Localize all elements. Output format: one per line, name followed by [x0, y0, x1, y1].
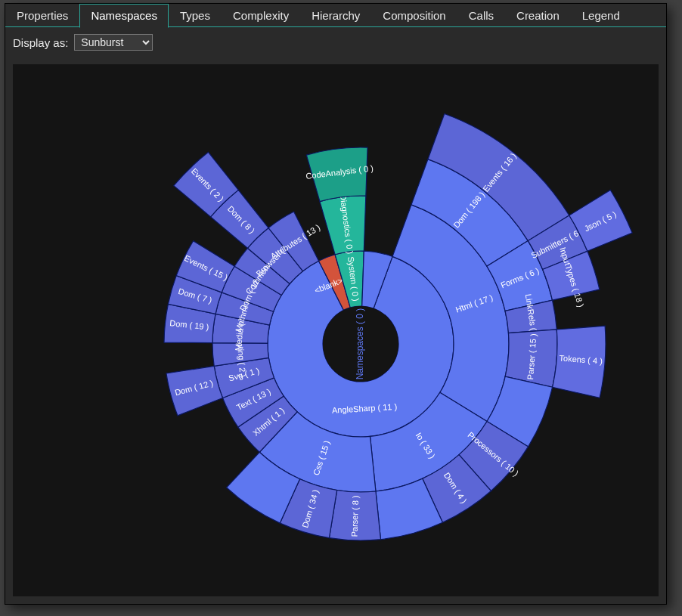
- sunburst-center-label: Namespaces ( 0 ): [355, 308, 365, 380]
- tab-types[interactable]: Types: [169, 4, 222, 27]
- tab-composition[interactable]: Composition: [371, 4, 457, 27]
- panel: PropertiesNamespacesTypesComplexityHiera…: [5, 3, 667, 605]
- display-as-label: Display as:: [13, 36, 68, 49]
- tab-complexity[interactable]: Complexity: [222, 4, 300, 27]
- sunburst-segment[interactable]: CodeAnalysis ( 0 ): [305, 147, 374, 202]
- sunburst-segment[interactable]: Tokens ( 4 ): [553, 326, 606, 398]
- tab-strip: PropertiesNamespacesTypesComplexityHiera…: [5, 4, 666, 27]
- chart-shell: AngleSharp ( 11 )Html ( 17 )Dom ( 198 )E…: [13, 64, 659, 596]
- tab-calls[interactable]: Calls: [457, 4, 505, 27]
- display-row: Display as: Sunburst: [5, 27, 666, 54]
- tab-hierarchy[interactable]: Hierarchy: [300, 4, 371, 27]
- tab-creation[interactable]: Creation: [505, 4, 571, 27]
- tab-properties[interactable]: Properties: [5, 4, 79, 27]
- sunburst-segment[interactable]: Dom ( 12 ): [166, 366, 223, 416]
- sunburst-segment[interactable]: Diagnostics ( 0 ): [320, 193, 366, 254]
- display-as-select[interactable]: Sunburst: [74, 34, 153, 51]
- tab-legend[interactable]: Legend: [571, 4, 631, 27]
- sunburst-segment[interactable]: Parser ( 8 ): [329, 490, 380, 540]
- tab-namespaces[interactable]: Namespaces: [79, 4, 169, 28]
- sunburst-chart[interactable]: AngleSharp ( 11 )Html ( 17 )Dom ( 198 )E…: [13, 64, 659, 596]
